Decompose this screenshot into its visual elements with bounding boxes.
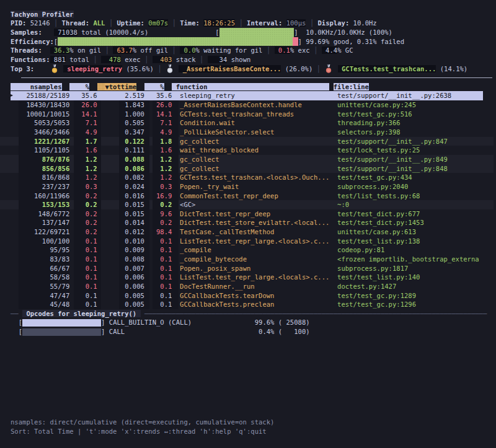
column-header-file-line[interactable]: file:line (334, 83, 369, 90)
cell-file-line: doctest.py:1427 (337, 283, 396, 290)
separator: │ (235, 19, 247, 27)
bar-close-bracket: ] (298, 38, 302, 45)
cell-function: GCCallbackTests.preclean (180, 301, 329, 308)
cell-function: CommonTest.test_repr_deep (180, 192, 329, 200)
separator: │ (101, 46, 113, 54)
cell-nsamples: 58/58 (11, 273, 69, 281)
uptime-label: Uptime: (117, 19, 144, 27)
samples-rate: total (10000.4/s) (78, 29, 148, 36)
cell-nsamples: 25188/25189 (11, 92, 69, 99)
efficiency-label: Efficiency: (11, 38, 54, 45)
table-row[interactable]: 83/83 0.1 0.008 0.1 _compile_bytecode <f… (11, 255, 496, 264)
table-row[interactable]: 137/147 0.2 0.014 0.2 DictTest.test_stor… (11, 218, 496, 227)
cell-nsamples: 18430/18430 (11, 101, 69, 108)
cell-file-line: threading.py:366 (337, 119, 401, 126)
column-header-pct-cumulative[interactable]: % (144, 83, 164, 90)
table-row[interactable]: 816/868 1.2 0.082 1.2 GCTests.test_trash… (11, 173, 496, 182)
table-row[interactable]: 856/856 1.2 0.086 1.2 gc_collect test/su… (11, 164, 496, 173)
samples-total: 71038 (54, 29, 78, 36)
table-row[interactable]: 45/48 0.1 0.005 0.1 GCCallbackTests.prec… (11, 300, 496, 309)
cell-nsamples: 153/153 (11, 201, 69, 208)
cell-pct-direct: 14.1 (69, 110, 97, 118)
cell-pct-direct: 0.1 (69, 292, 97, 299)
cell-file-line: <frozen importlib._bootstrap_externa (337, 255, 479, 263)
column-header-pct-direct[interactable]: % (69, 83, 89, 90)
threads-suffix: % on gil (69, 46, 101, 54)
cell-nsamples: 45/48 (11, 301, 69, 308)
cell-function: GCCallbackTests.tearDown (180, 292, 329, 299)
table-row[interactable]: 47/47 0.1 0.005 0.1 GCCallbackTests.tear… (11, 291, 496, 301)
table-header-row[interactable]: nsamples % ▼tottime % function file:line (11, 82, 496, 92)
interval-value: 100µs (286, 19, 306, 27)
separator: │ (262, 46, 274, 54)
cell-pct-direct: 0.3 (69, 183, 97, 190)
cell-pct-cumulative: 0.1 (144, 255, 172, 263)
table-row[interactable]: 25188/25189 35.6 2.519 35.6 sleeping_ret… (11, 91, 496, 100)
column-header-function[interactable]: function (172, 83, 329, 90)
cell-nsamples: 160/11966 (11, 192, 69, 200)
table-row[interactable]: 148/6772 0.2 0.015 9.6 DictTest.test_rep… (11, 209, 496, 219)
column-header-tottime-sorted[interactable]: ▼tottime (97, 83, 137, 90)
table-row[interactable]: 153/153 0.2 0.015 0.2 <GC> ~:0 (11, 200, 496, 209)
table-row[interactable]: 95/95 0.1 0.009 0.1 _compile codeop.py:8… (11, 245, 496, 255)
table-row[interactable]: 1221/1267 1.7 0.122 1.8 gc_collect test/… (11, 137, 496, 146)
table-row[interactable]: 18430/18430 26.0 1.843 26.0 _AssertRaise… (11, 100, 496, 110)
cell-tottime: 0.505 (97, 119, 144, 126)
cell-tottime: 0.024 (97, 183, 144, 190)
table-row[interactable]: 58/58 0.1 0.006 0.1 ListTest.test_repr_l… (11, 273, 496, 282)
cell-pct-direct: 0.1 (69, 246, 97, 253)
table-row[interactable]: 1105/1105 1.6 0.111 1.6 wait_threads_blo… (11, 146, 496, 155)
opcodes-title: Opcodes for sleeping_retry() (22, 310, 141, 317)
cell-pct-direct: 1.2 (69, 156, 97, 163)
cell-tottime: 0.015 (97, 201, 144, 208)
table-row[interactable]: 55/79 0.1 0.006 0.1 DocTestRunner.__run … (11, 282, 496, 291)
cell-nsamples: 95/95 (11, 246, 69, 253)
cell-function: DocTestRunner.__run (180, 283, 329, 290)
cell-pct-direct: 0.2 (69, 201, 97, 208)
cell-tottime: 2.519 (97, 92, 144, 99)
top3-label: Top 3: (11, 65, 34, 72)
table-row[interactable]: 122/69721 0.2 0.012 98.4 TestCase._callT… (11, 227, 496, 237)
table-row[interactable]: 100/100 0.1 0.010 0.1 ListTest.test_repr… (11, 237, 496, 246)
column-header-nsamples[interactable]: nsamples (11, 83, 62, 90)
top3-row: Top 3: sleeping_retry (35.6%) │ _AssertR… (11, 64, 496, 74)
cell-file-line: test/test_gc.py:1296 (337, 301, 416, 308)
threads-value: 63.7 (113, 46, 133, 54)
table-row[interactable]: 10001/10015 14.1 1.000 14.1 GCTests.test… (11, 110, 496, 119)
bronze-medal-icon (324, 64, 333, 73)
table-row[interactable]: 160/11966 0.2 0.016 16.9 CommonTest.test… (11, 191, 496, 201)
samples-label: Samples: (11, 29, 42, 36)
cell-function: gc_collect (180, 156, 329, 163)
cell-function: ListTest.test_repr_large.<locals>.c... (180, 273, 329, 281)
cell-pct-cumulative: 14.1 (144, 110, 172, 118)
cell-nsamples: 122/69721 (11, 228, 69, 235)
top3-percent: (35.6%) (122, 65, 154, 72)
cell-function: TestCase._callTestMethod (180, 228, 329, 235)
bar-close-bracket: ] (101, 318, 105, 326)
table-row[interactable]: 237/237 0.3 0.024 0.3 Popen._try_wait su… (11, 182, 496, 191)
table-row[interactable]: 3466/3466 4.9 0.347 4.9 _PollLikeSelecto… (11, 128, 496, 137)
cell-pct-cumulative: 0.2 (144, 219, 172, 226)
cell-file-line: test/test_gc.py:1289 (337, 292, 416, 299)
separator: │ (105, 19, 117, 27)
cell-pct-cumulative: 98.4 (144, 228, 172, 235)
cell-function: GCTests.test_trashcan_threads (180, 110, 329, 118)
samples-row: Samples: 71038 total (10000.4/s) [] 10.0… (11, 28, 496, 37)
cell-function: _compile_bytecode (180, 255, 329, 263)
cell-pct-cumulative: 1.2 (144, 156, 172, 163)
table-row[interactable]: 876/876 1.2 0.088 1.2 gc_collect test/su… (11, 155, 496, 164)
cell-pct-direct: 26.0 (69, 101, 97, 108)
functions-value: 34 (208, 56, 228, 63)
opcode-name: CALL (109, 328, 255, 335)
cell-nsamples: 3466/3466 (11, 128, 69, 136)
table-row[interactable]: 5053/5053 7.1 0.505 7.1 Condition.wait t… (11, 118, 496, 128)
cell-tottime: 0.010 (97, 237, 144, 245)
threads-value: 36.3 (50, 46, 70, 54)
table-row[interactable]: 66/67 0.1 0.007 0.1 Popen._posix_spawn s… (11, 264, 496, 273)
separator: │ (141, 56, 153, 63)
cell-pct-direct: 0.1 (69, 273, 97, 281)
cell-function: DictTest.test_repr_deep (180, 210, 329, 217)
cell-file-line: test/support/__init__.py:847 (337, 138, 448, 145)
cell-file-line: unittest/case.py:245 (337, 101, 416, 108)
cell-pct-cumulative: 26.0 (144, 101, 172, 108)
